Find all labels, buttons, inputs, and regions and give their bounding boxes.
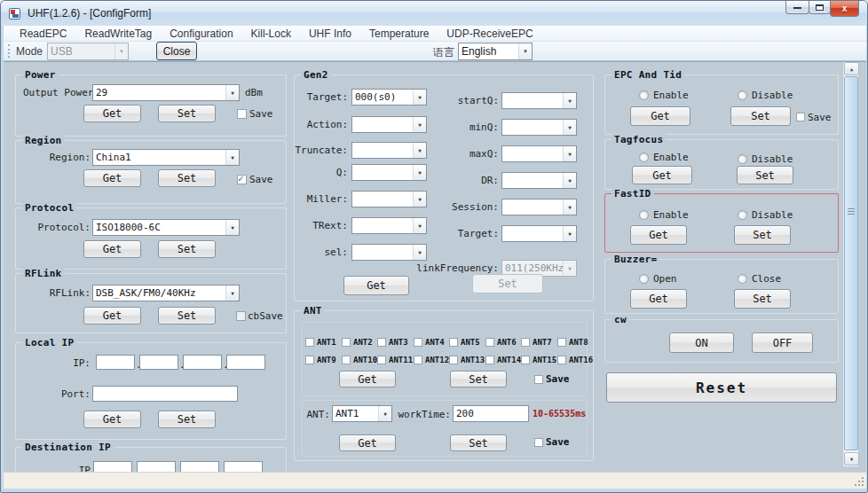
local-ip-get-button[interactable]: Get	[83, 411, 141, 428]
ant4-checkbox[interactable]	[414, 338, 422, 347]
ant13-checkbox[interactable]	[449, 356, 458, 364]
buzzer-close-radio[interactable]	[738, 274, 747, 284]
power-set-button[interactable]: Set	[158, 105, 216, 122]
menu-readwritetag[interactable]: ReadWriteTag	[75, 27, 161, 41]
rflink-cbsave-checkbox[interactable]	[236, 311, 246, 321]
buzzer-open-radio[interactable]	[639, 274, 649, 284]
local-port-input[interactable]	[92, 386, 238, 402]
menu-udp-receiveepc[interactable]: UDP-ReceiveEPC	[438, 27, 541, 41]
local-ip-octet3-input[interactable]	[183, 355, 222, 370]
protocol-select[interactable]: ISO18000-6C	[92, 219, 240, 236]
ant12-checkbox[interactable]	[414, 356, 422, 364]
protocol-set-button[interactable]: Set	[158, 240, 216, 258]
minimize-button[interactable]	[785, 1, 809, 14]
vertical-scrollbar[interactable]	[843, 62, 858, 466]
ant2-checkbox[interactable]	[342, 338, 351, 347]
ant15-checkbox[interactable]	[521, 356, 530, 364]
region-save-checkbox[interactable]	[237, 175, 247, 184]
worktime-input[interactable]	[453, 405, 529, 422]
close-window-button[interactable]: x	[830, 1, 859, 17]
region-set-button[interactable]: Set	[158, 169, 216, 187]
maximize-button[interactable]	[809, 1, 831, 14]
epc-tid-save-checkbox[interactable]	[796, 113, 805, 121]
rflink-set-button[interactable]: Set	[158, 307, 216, 325]
destination-ip-octet3-input[interactable]	[180, 461, 219, 472]
power-save-checkbox[interactable]	[237, 109, 247, 119]
language-select[interactable]: English	[458, 43, 533, 60]
scroll-up-icon[interactable]	[844, 62, 859, 75]
ant8-checkbox[interactable]	[557, 338, 566, 347]
resize-grip-icon[interactable]	[862, 484, 864, 486]
ant16-checkbox[interactable]	[557, 356, 566, 364]
fastid-enable-radio[interactable]	[639, 210, 649, 220]
dropdown-arrow-icon	[225, 220, 239, 235]
output-power-select[interactable]: 29	[92, 84, 240, 101]
ant7-checkbox[interactable]	[521, 338, 530, 347]
power-get-button[interactable]: Get	[83, 105, 141, 122]
gen2-maxq-select[interactable]	[501, 145, 577, 162]
local-ip-set-button[interactable]: Set	[158, 411, 216, 428]
cw-on-button[interactable]: ON	[669, 333, 734, 353]
mode-select[interactable]: USB	[47, 43, 129, 60]
worktime-set-button[interactable]: Set	[450, 434, 507, 451]
fastid-disable-radio[interactable]	[738, 210, 747, 220]
gen2-set-button[interactable]: Set	[472, 274, 543, 293]
menu-configuration[interactable]: Configuration	[161, 27, 241, 41]
ant-set-button[interactable]: Set	[450, 371, 507, 387]
title-bar: UHF(1.2.6) - [ConfigForm] x	[1, 1, 867, 26]
gen2-get-button[interactable]: Get	[343, 276, 409, 295]
local-ip-octet2-input[interactable]	[139, 355, 178, 370]
ant14-checkbox[interactable]	[485, 356, 494, 364]
protocol-get-button[interactable]: Get	[83, 240, 141, 258]
gen2-dr-select[interactable]	[501, 172, 577, 189]
menu-temperature[interactable]: Temperature	[360, 27, 438, 41]
local-ip-octet1-input[interactable]	[96, 355, 135, 370]
scroll-down-icon[interactable]	[844, 452, 859, 466]
destination-ip-octet4-input[interactable]	[224, 461, 263, 472]
worktime-save-checkbox[interactable]	[534, 438, 543, 447]
gen2-startq-select[interactable]	[501, 92, 577, 109]
epc-tid-set-button[interactable]: Set	[730, 106, 791, 126]
destination-ip-octet1-input[interactable]	[93, 461, 132, 472]
gen2-sel-select[interactable]	[351, 244, 427, 261]
menu-readepc[interactable]: ReadEPC	[11, 27, 75, 41]
ant5-checkbox[interactable]	[449, 338, 458, 347]
cw-off-button[interactable]: OFF	[752, 333, 813, 353]
ant6-checkbox[interactable]	[485, 338, 494, 347]
ant10-checkbox[interactable]	[342, 356, 351, 364]
rflink-group-title: RFLink	[22, 268, 65, 279]
tagfocus-set-button[interactable]: Set	[737, 166, 793, 184]
region-select[interactable]: China1	[92, 149, 240, 166]
destination-ip-octet2-input[interactable]	[137, 461, 176, 472]
rflink-select[interactable]: DSB_ASK/FM0/40KHz	[92, 285, 240, 301]
fastid-get-button[interactable]: Get	[630, 225, 687, 245]
ant1-checkbox[interactable]	[305, 338, 314, 347]
buzzer-set-button[interactable]: Set	[734, 289, 791, 309]
gen2-minq-select[interactable]	[501, 119, 577, 136]
worktime-get-button[interactable]: Get	[339, 434, 396, 451]
buzzer-get-button[interactable]: Get	[630, 289, 687, 309]
menu-uhf-info[interactable]: UHF Info	[300, 27, 360, 41]
scrollbar-thumb[interactable]	[844, 76, 858, 450]
ant11-checkbox[interactable]	[377, 356, 386, 364]
dropdown-arrow-icon	[563, 226, 576, 241]
close-form-button[interactable]: Close	[156, 42, 197, 60]
tagfocus-disable-radio[interactable]	[738, 154, 747, 164]
local-ip-octet4-input[interactable]	[226, 355, 265, 370]
ant9-checkbox[interactable]	[305, 356, 314, 364]
ant3-checkbox[interactable]	[377, 338, 386, 347]
menu-kill-lock[interactable]: Kill-Lock	[242, 27, 300, 41]
tagfocus-enable-radio[interactable]	[639, 153, 649, 162]
gen2-session-select[interactable]	[501, 199, 577, 215]
fastid-set-button[interactable]: Set	[734, 225, 791, 245]
tagfocus-get-button[interactable]: Get	[632, 166, 692, 184]
gen2-target2-select[interactable]	[501, 225, 577, 242]
rflink-get-button[interactable]: Get	[83, 307, 141, 325]
epc-tid-disable-radio[interactable]	[738, 90, 747, 100]
region-get-button[interactable]: Get	[83, 169, 141, 187]
reset-button[interactable]: Reset	[606, 372, 837, 403]
epc-tid-get-button[interactable]: Get	[630, 106, 690, 126]
ant-save-checkbox[interactable]	[534, 375, 543, 384]
ant-get-button[interactable]: Get	[339, 371, 396, 387]
epc-tid-enable-radio[interactable]	[639, 90, 649, 100]
